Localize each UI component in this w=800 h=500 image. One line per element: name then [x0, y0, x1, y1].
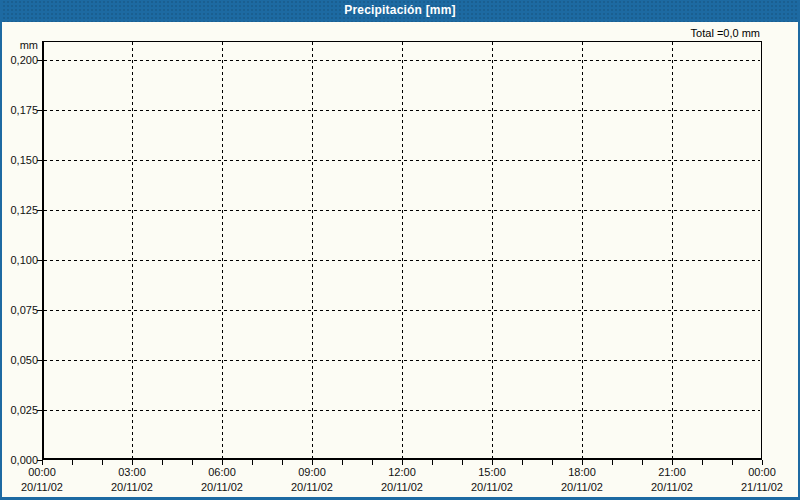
chart-title: Precipitación [mm]	[344, 3, 456, 17]
chart-titlebar[interactable]: Precipitación [mm]	[2, 0, 798, 22]
x-tick-date: 20/11/02	[367, 481, 437, 493]
y-tick-label: 0,075	[2, 304, 38, 316]
chart-window: Precipitación [mm] Total =0,0 mm mm 0,20…	[0, 0, 800, 500]
x-tick-time: 09:00	[277, 466, 347, 478]
x-tick-date: 20/11/02	[547, 481, 617, 493]
x-tick-date: 20/11/02	[637, 481, 707, 493]
y-tick-label: 0,100	[2, 254, 38, 266]
x-tick-date: 20/11/02	[187, 481, 257, 493]
y-tick-label: 0,000	[2, 454, 38, 466]
y-tick-label: 0,200	[2, 54, 38, 66]
x-tick-time: 00:00	[727, 466, 797, 478]
x-tick-time: 06:00	[187, 466, 257, 478]
x-tick-time: 00:00	[7, 466, 77, 478]
plot-area	[34, 41, 770, 467]
x-tick-date: 20/11/02	[457, 481, 527, 493]
x-tick-date: 20/11/02	[7, 481, 77, 493]
total-annotation: Total =0,0 mm	[691, 27, 760, 39]
y-tick-label: 0,150	[2, 154, 38, 166]
chart-content: Total =0,0 mm mm 0,2000,1750,1500,1250,1…	[2, 22, 798, 495]
x-tick-date: 20/11/02	[277, 481, 347, 493]
y-tick-label: 0,050	[2, 354, 38, 366]
x-tick-date: 21/11/02	[727, 481, 797, 493]
x-tick-time: 12:00	[367, 466, 437, 478]
y-tick-label: 0,025	[2, 404, 38, 416]
y-axis-unit-label: mm	[2, 39, 38, 51]
x-tick-time: 03:00	[97, 466, 167, 478]
y-tick-label: 0,125	[2, 204, 38, 216]
x-tick-date: 20/11/02	[97, 481, 167, 493]
x-tick-time: 15:00	[457, 466, 527, 478]
y-tick-label: 0,175	[2, 104, 38, 116]
x-tick-time: 18:00	[547, 466, 617, 478]
x-tick-time: 21:00	[637, 466, 707, 478]
